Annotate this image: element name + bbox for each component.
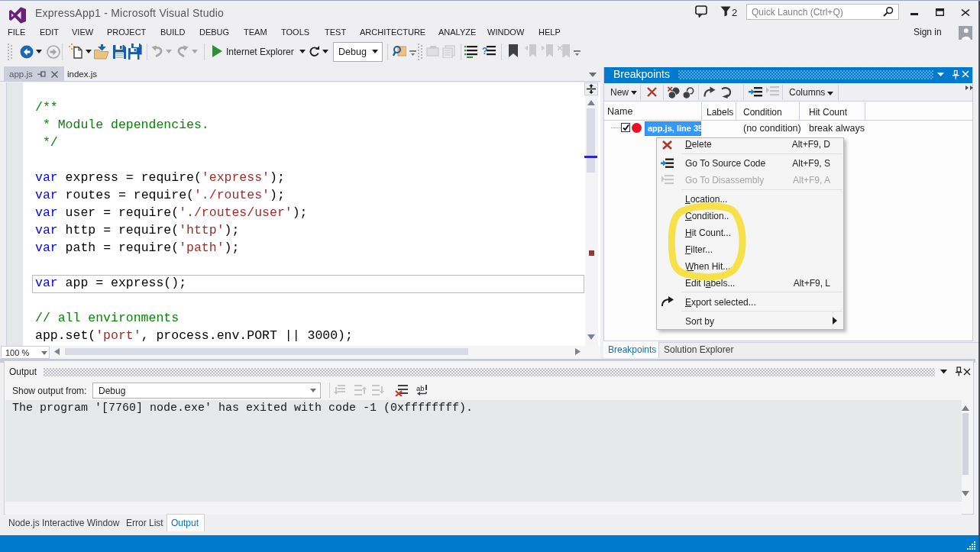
svg-text:?: ? — [482, 46, 487, 56]
svg-text:ab: ab — [416, 384, 425, 392]
